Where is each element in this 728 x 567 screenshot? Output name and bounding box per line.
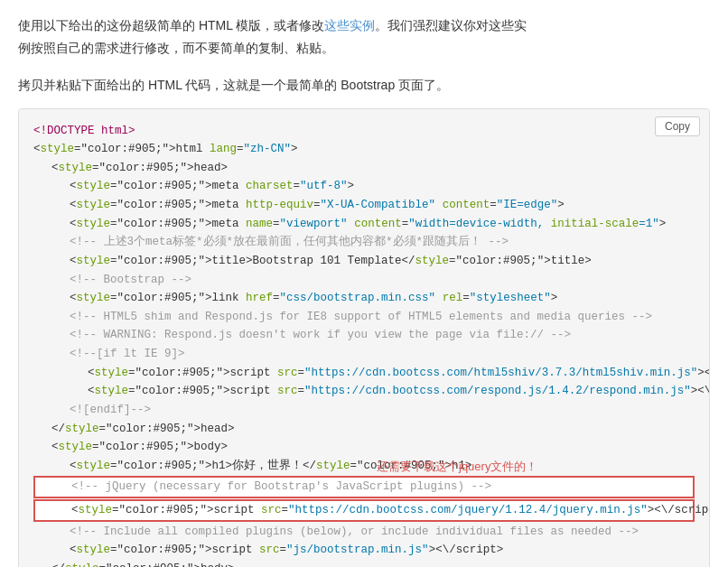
intro-text-line2: 例按照自己的需求进行修改，而不要简单的复制、粘贴。 bbox=[18, 41, 334, 55]
intro-text-after-link: 。我们强烈建议你对这些实 bbox=[375, 18, 527, 33]
sub-paragraph: 拷贝并粘贴下面给出的 HTML 代码，这就是一个最简单的 Bootstrap 页… bbox=[18, 74, 710, 97]
intro-paragraph: 使用以下给出的这份超级简单的 HTML 模版，或者修改这些实例。我们强烈建议你对… bbox=[18, 14, 710, 60]
copy-button[interactable]: Copy bbox=[655, 116, 700, 136]
intro-text-before-link: 使用以下给出的这份超级简单的 HTML 模版，或者修改 bbox=[18, 18, 324, 33]
code-container: Copy <!DOCTYPE html><style="color:#905;"… bbox=[18, 108, 710, 567]
code-block: <!DOCTYPE html><style="color:#905;">html… bbox=[33, 122, 695, 567]
examples-link[interactable]: 这些实例 bbox=[324, 18, 375, 33]
